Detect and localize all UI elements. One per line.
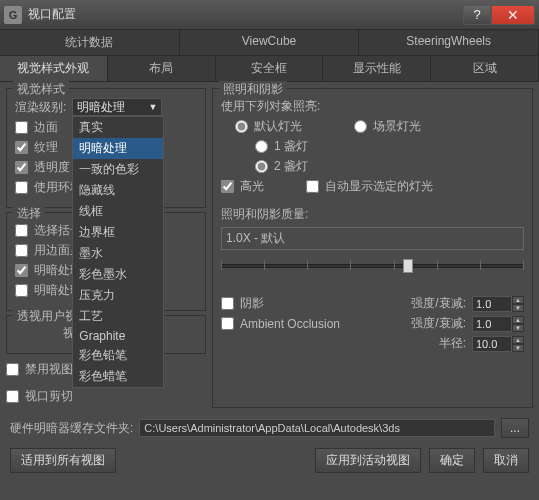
dd-item[interactable]: Graphite (73, 327, 163, 345)
shadow-label: 阴影 (240, 295, 264, 312)
default-light-radio[interactable] (235, 120, 248, 133)
two-light-label: 2 盏灯 (274, 158, 308, 175)
group-title: 视觉样式 (13, 81, 69, 98)
quality-label: 照明和阴影质量: (221, 206, 524, 223)
subtab-layout[interactable]: 布局 (108, 56, 216, 81)
quality-slider[interactable] (221, 256, 524, 278)
shadow-checkbox[interactable] (221, 297, 234, 310)
cache-path-input[interactable]: C:\Users\Administrator\AppData\Local\Aut… (139, 419, 495, 437)
intensity1-input[interactable] (472, 296, 512, 312)
render-level-label: 渲染级别: (15, 99, 66, 116)
app-icon: G (4, 6, 22, 24)
group-lighting: 照明和阴影 使用下列对象照亮: 默认灯光 场景灯光 1 盏灯 2 盏灯 高光 自… (212, 88, 533, 408)
dd-item[interactable]: 边界框 (73, 222, 163, 243)
shade-sel-checkbox[interactable] (15, 264, 28, 277)
disable-view-checkbox[interactable] (6, 363, 19, 376)
auto-light-label: 自动显示选定的灯光 (325, 178, 433, 195)
dd-item[interactable]: 明暗处理 (73, 138, 163, 159)
transparency-label: 透明度 (34, 159, 70, 176)
apply-active-button[interactable]: 应用到活动视图 (315, 448, 421, 473)
top-tabs: 统计数据 ViewCube SteeringWheels (0, 30, 539, 56)
scene-light-label: 场景灯光 (373, 118, 421, 135)
dd-item[interactable]: 一致的色彩 (73, 159, 163, 180)
transparency-checkbox[interactable] (15, 161, 28, 174)
cache-label: 硬件明暗器缓存文件夹: (10, 420, 133, 437)
ao-checkbox[interactable] (221, 317, 234, 330)
dd-item[interactable]: 线框 (73, 201, 163, 222)
texture-checkbox[interactable] (15, 141, 28, 154)
two-light-radio[interactable] (255, 160, 268, 173)
slider-thumb[interactable] (403, 259, 413, 273)
scene-light-radio[interactable] (354, 120, 367, 133)
close-button[interactable]: ✕ (491, 5, 535, 25)
browse-button[interactable]: ... (501, 418, 529, 438)
disable-view-label: 禁用视图 (25, 361, 73, 378)
apply-all-button[interactable]: 适用到所有视图 (10, 448, 116, 473)
spin-up[interactable]: ▲ (512, 316, 524, 324)
use-light-label: 使用下列对象照亮: (221, 98, 320, 115)
tab-stats[interactable]: 统计数据 (0, 30, 180, 55)
titlebar: G 视口配置 ? ✕ (0, 0, 539, 30)
spin-up[interactable]: ▲ (512, 296, 524, 304)
spin-down[interactable]: ▼ (512, 304, 524, 312)
dropdown-value: 明暗处理 (77, 99, 125, 116)
highlight-checkbox[interactable] (221, 180, 234, 193)
ao-label: Ambient Occlusion (240, 317, 340, 331)
radius-input[interactable] (472, 336, 512, 352)
shade-obj-checkbox[interactable] (15, 284, 28, 297)
render-level-dropdown[interactable]: 明暗处理 ▼ 真实 明暗处理 一致的色彩 隐藏线 线框 边界框 墨水 彩色墨水 … (72, 98, 162, 116)
cancel-button[interactable]: 取消 (483, 448, 529, 473)
dd-item[interactable]: 隐藏线 (73, 180, 163, 201)
edge-checkbox[interactable] (15, 121, 28, 134)
group-title: 照明和阴影 (219, 81, 287, 98)
dd-item[interactable]: 压克力 (73, 285, 163, 306)
spin-up[interactable]: ▲ (512, 336, 524, 344)
subtab-visual[interactable]: 视觉样式外观 (0, 56, 108, 81)
dd-item[interactable]: 彩色蜡笔 (73, 366, 163, 387)
sub-tabs: 视觉样式外观 布局 安全框 显示性能 区域 (0, 56, 539, 82)
subtab-perf[interactable]: 显示性能 (323, 56, 431, 81)
quality-value: 1.0X - 默认 (221, 227, 524, 250)
tab-viewcube[interactable]: ViewCube (180, 30, 360, 55)
auto-light-checkbox[interactable] (306, 180, 319, 193)
brackets-checkbox[interactable] (15, 224, 28, 237)
edge-sel-checkbox[interactable] (15, 244, 28, 257)
texture-label: 纹理 (34, 139, 58, 156)
one-light-radio[interactable] (255, 140, 268, 153)
spin-down[interactable]: ▼ (512, 324, 524, 332)
radius-label: 半径: (439, 335, 466, 352)
spin-down[interactable]: ▼ (512, 344, 524, 352)
clip-checkbox[interactable] (6, 390, 19, 403)
dropdown-list: 真实 明暗处理 一致的色彩 隐藏线 线框 边界框 墨水 彩色墨水 压克力 工艺 … (72, 116, 164, 388)
highlight-label: 高光 (240, 178, 264, 195)
dd-item[interactable]: 工艺 (73, 306, 163, 327)
ok-button[interactable]: 确定 (429, 448, 475, 473)
dd-item[interactable]: 彩色铅笔 (73, 345, 163, 366)
dd-item[interactable]: 彩色墨水 (73, 264, 163, 285)
edge-label: 边面 (34, 119, 58, 136)
intensity-label: 强度/衰减: (411, 295, 466, 312)
group-title: 选择 (13, 205, 45, 222)
env-checkbox[interactable] (15, 181, 28, 194)
intensity2-label: 强度/衰减: (411, 315, 466, 332)
clip-label: 视口剪切 (25, 388, 73, 405)
group-visual-style: 视觉样式 渲染级别: 明暗处理 ▼ 真实 明暗处理 一致的色彩 隐藏线 线框 边… (6, 88, 206, 208)
subtab-safe[interactable]: 安全框 (216, 56, 324, 81)
default-light-label: 默认灯光 (254, 118, 302, 135)
chevron-down-icon: ▼ (148, 102, 157, 112)
dd-item[interactable]: 真实 (73, 117, 163, 138)
help-button[interactable]: ? (463, 5, 491, 25)
one-light-label: 1 盏灯 (274, 138, 308, 155)
tab-steering[interactable]: SteeringWheels (359, 30, 539, 55)
window-title: 视口配置 (28, 6, 463, 23)
intensity2-input[interactable] (472, 316, 512, 332)
dd-item[interactable]: 墨水 (73, 243, 163, 264)
subtab-region[interactable]: 区域 (431, 56, 539, 81)
